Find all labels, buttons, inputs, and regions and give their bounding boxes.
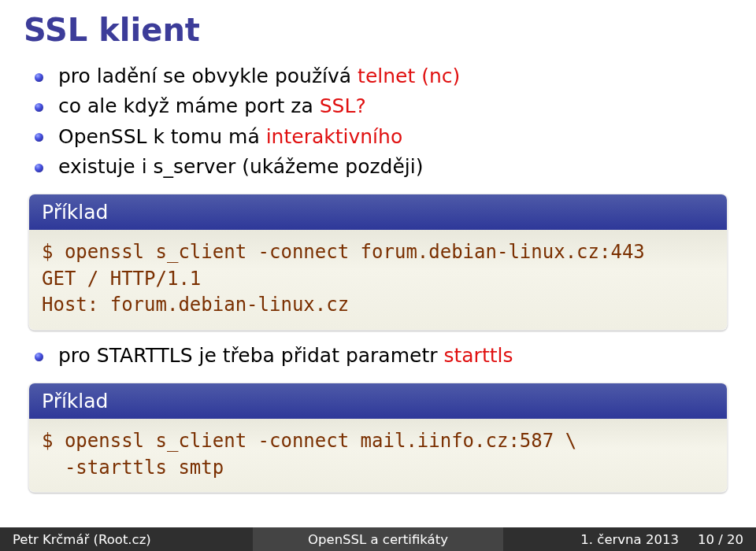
code-block: $ openssl s_client -connect forum.debian… (42, 239, 714, 319)
footer-talk-title: OpenSSL a certifikáty (308, 532, 448, 547)
footer-right: 1. června 2013 10 / 20 (503, 527, 756, 551)
highlight-text: interaktivního (266, 125, 403, 148)
list-item: pro STARTTLS je třeba přidat parametr st… (58, 342, 732, 370)
footer-left: Petr Krčmář (Root.cz) (0, 527, 253, 551)
list-item: co ale když máme port za SSL? (58, 92, 732, 120)
footer-author: Petr Krčmář (Root.cz) (13, 532, 151, 547)
slide-content: pro ladění se obvykle používá telnet (nc… (24, 62, 732, 551)
footer-center: OpenSSL a certifikáty (253, 527, 504, 551)
example-title: Příklad (29, 194, 727, 230)
example-body: $ openssl s_client -connect mail.iinfo.c… (29, 419, 727, 492)
footer-page-number: 10 / 20 (698, 532, 743, 547)
bullet-text: pro STARTTLS je třeba přidat parametr (58, 344, 443, 367)
bullet-text: OpenSSL k tomu má (58, 125, 266, 148)
bullet-text: pro ladění se obvykle používá (58, 65, 358, 87)
example-title: Příklad (29, 383, 727, 419)
page-title: SSL klient (24, 12, 732, 48)
footer-bar: Petr Krčmář (Root.cz) OpenSSL a certifik… (0, 527, 756, 551)
bullet-list-1: pro ladění se obvykle používá telnet (nc… (24, 62, 732, 181)
example-block-2: Příklad $ openssl s_client -connect mail… (28, 383, 728, 493)
list-item: pro ladění se obvykle používá telnet (nc… (58, 62, 732, 91)
list-item: OpenSSL k tomu má interaktivního (58, 123, 732, 151)
highlight-text: SSL? (320, 94, 366, 117)
bullet-text: co ale když máme port za (58, 94, 320, 117)
footer-date: 1. června 2013 (580, 532, 679, 547)
slide: SSL klient pro ladění se obvykle používá… (0, 0, 756, 551)
example-block-1: Příklad $ openssl s_client -connect foru… (28, 194, 728, 331)
bullet-list-2: pro STARTTLS je třeba přidat parametr st… (24, 342, 732, 370)
highlight-text: starttls (443, 344, 513, 367)
bullet-text: existuje i s_server (ukážeme později) (58, 155, 423, 178)
highlight-text: telnet (nc) (358, 65, 460, 87)
example-body: $ openssl s_client -connect forum.debian… (29, 230, 727, 330)
list-item: existuje i s_server (ukážeme později) (58, 153, 732, 181)
code-block: $ openssl s_client -connect mail.iinfo.c… (42, 428, 714, 481)
